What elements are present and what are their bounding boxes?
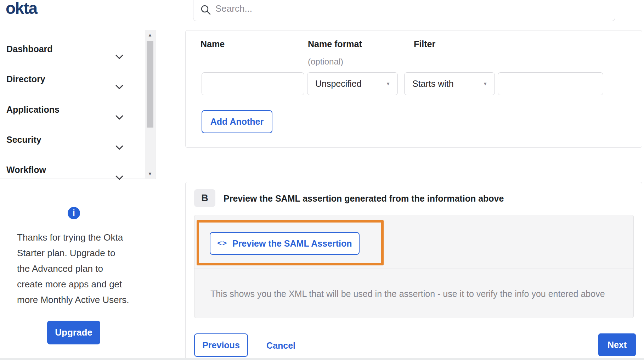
sidebar-item-label: Applications xyxy=(6,105,60,114)
chevron-down-icon xyxy=(115,137,123,156)
search-icon xyxy=(200,5,211,15)
sidebar-item-dashboard[interactable]: Dashboard xyxy=(0,40,142,58)
caret-down-icon: ▼ xyxy=(386,73,390,95)
upsell-line: create more apps and get xyxy=(17,276,129,292)
optional-sublabel: (optional) xyxy=(308,57,343,67)
upsell-message: Thanks for trying the Okta Starter plan.… xyxy=(17,230,129,308)
preview-assertion-card: B Preview the SAML assertion generated f… xyxy=(185,182,642,360)
section-badge: B xyxy=(194,189,215,207)
upsell-line: Thanks for trying the Okta xyxy=(17,230,129,245)
preview-button-label: Preview the SAML Assertion xyxy=(232,238,352,249)
caret-down-icon: ▼ xyxy=(483,73,487,95)
scroll-up-icon[interactable]: ▲ xyxy=(145,31,155,39)
upgrade-button[interactable]: Upgrade xyxy=(47,321,100,344)
section-heading: Preview the SAML assertion generated fro… xyxy=(224,191,504,206)
sidebar-scrollbar[interactable]: ▲ ▼ xyxy=(145,30,155,179)
sidebar-right-border xyxy=(156,179,156,359)
filter-value-input[interactable] xyxy=(498,72,603,95)
filter-type-select[interactable]: Starts with ▼ xyxy=(404,72,495,95)
sidebar-item-workflow[interactable]: Workflow xyxy=(0,161,142,179)
name-format-column-label: Name format xyxy=(308,39,362,49)
next-button[interactable]: Next xyxy=(598,333,636,356)
name-format-select[interactable]: Unspecified ▼ xyxy=(307,72,398,95)
filter-column-label: Filter xyxy=(414,39,435,49)
name-column-label: Name xyxy=(200,39,225,49)
scroll-down-icon[interactable]: ▼ xyxy=(145,170,155,178)
preview-saml-assertion-button[interactable]: <> Preview the SAML Assertion xyxy=(210,232,360,255)
chevron-down-icon xyxy=(115,107,123,126)
chevron-down-icon xyxy=(115,77,123,95)
sidebar-item-label: Security xyxy=(6,135,41,145)
cancel-link[interactable]: Cancel xyxy=(264,333,298,357)
attribute-statements-card: Name Name format (optional) Filter Unspe… xyxy=(185,30,642,148)
upsell-line: the Advanced plan to xyxy=(17,261,129,276)
code-icon: <> xyxy=(217,239,227,247)
preview-box-header: <> Preview the SAML Assertion xyxy=(194,215,633,269)
sidebar-nav: Dashboard Directory Applications Securit… xyxy=(0,30,156,179)
top-header: okta xyxy=(0,0,644,30)
info-icon: i xyxy=(68,207,80,219)
sidebar-item-security[interactable]: Security xyxy=(0,130,142,149)
window-bottom-edge xyxy=(0,358,644,360)
okta-logo: okta xyxy=(6,0,37,18)
global-search[interactable] xyxy=(193,0,615,21)
attribute-name-input[interactable] xyxy=(202,72,304,95)
upsell-line: more Monthly Active Users. xyxy=(17,292,129,308)
add-another-button[interactable]: Add Another xyxy=(202,110,272,133)
filter-type-selected-value: Starts with xyxy=(412,79,454,89)
sidebar-item-label: Dashboard xyxy=(6,44,53,54)
okta-admin-app: okta Dashboard Directory Applications Se… xyxy=(0,0,644,360)
assertion-preview-box: <> Preview the SAML Assertion This shows… xyxy=(194,215,634,318)
name-format-selected-value: Unspecified xyxy=(315,79,362,89)
search-input[interactable] xyxy=(215,0,569,17)
sidebar-item-applications[interactable]: Applications xyxy=(0,100,142,119)
chevron-down-icon xyxy=(115,47,123,65)
sidebar-item-label: Workflow xyxy=(6,165,46,175)
upsell-line: Starter plan. Upgrade to xyxy=(17,245,129,261)
scrollbar-thumb[interactable] xyxy=(147,41,153,128)
hint-text: This shows you the XML that will be used… xyxy=(194,269,633,318)
sidebar-item-label: Directory xyxy=(6,74,45,84)
chevron-down-icon xyxy=(115,168,123,186)
sidebar-item-directory[interactable]: Directory xyxy=(0,70,142,88)
previous-button[interactable]: Previous xyxy=(194,333,248,357)
